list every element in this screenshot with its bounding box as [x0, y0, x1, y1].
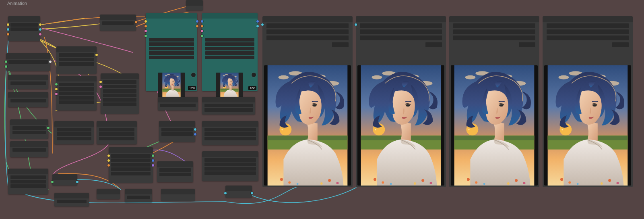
node-header[interactable]	[202, 13, 258, 19]
node-field[interactable]	[59, 53, 94, 57]
output-port[interactable]	[152, 164, 154, 167]
node-header[interactable]	[109, 147, 153, 153]
node-field[interactable]	[111, 167, 151, 171]
output-port[interactable]	[76, 181, 78, 183]
node-field[interactable]	[57, 128, 91, 131]
node-field[interactable]	[453, 29, 535, 34]
input-port[interactable]	[55, 93, 58, 95]
input-port[interactable]	[107, 164, 110, 167]
input-port[interactable]	[201, 30, 203, 32]
node-field[interactable]	[10, 99, 46, 102]
node-field[interactable]	[10, 180, 46, 184]
node-field[interactable]	[103, 94, 136, 97]
node-header[interactable]	[159, 121, 195, 127]
node-field[interactable]	[103, 102, 136, 106]
node-header[interactable]	[10, 141, 48, 147]
output-port[interactable]	[49, 60, 52, 63]
output-port[interactable]	[95, 54, 98, 56]
graph-node[interactable]	[54, 121, 94, 144]
node-header[interactable]	[52, 174, 77, 180]
node-field[interactable]	[159, 168, 191, 172]
input-port[interactable]	[144, 25, 147, 27]
node-header[interactable]	[449, 16, 539, 22]
preview-node[interactable]	[262, 16, 353, 187]
graph-node[interactable]	[56, 76, 97, 111]
node-field[interactable]	[204, 171, 256, 175]
graph-node[interactable]	[97, 189, 120, 199]
node-field[interactable]	[127, 196, 150, 199]
node-field[interactable]	[111, 163, 151, 167]
node-field[interactable]	[453, 23, 535, 28]
node-header[interactable]	[101, 73, 139, 79]
node-field[interactable]	[149, 51, 194, 55]
input-port[interactable]	[5, 65, 7, 68]
node-field[interactable]	[160, 104, 196, 107]
graph-node[interactable]	[8, 75, 48, 89]
node-field[interactable]	[205, 51, 254, 55]
preview-control-icon[interactable]	[191, 73, 196, 77]
node-field[interactable]	[8, 60, 48, 64]
node-header[interactable]	[186, 0, 203, 6]
node-field[interactable]	[12, 131, 46, 134]
preview-node[interactable]	[543, 16, 633, 187]
node-header[interactable]	[54, 121, 94, 127]
node-field[interactable]	[59, 100, 94, 104]
node-field[interactable]	[59, 87, 94, 91]
node-header[interactable]	[356, 16, 446, 22]
node-field[interactable]	[204, 163, 256, 166]
input-port[interactable]	[99, 86, 102, 88]
input-port[interactable]	[201, 35, 203, 37]
graph-node[interactable]	[202, 151, 258, 181]
node-header[interactable]	[10, 119, 48, 125]
node-field[interactable]	[266, 23, 349, 28]
node-field[interactable]	[332, 42, 349, 47]
input-port[interactable]	[144, 20, 147, 23]
node-field[interactable]	[12, 126, 46, 130]
output-port[interactable]	[135, 21, 137, 23]
input-port[interactable]	[144, 35, 147, 37]
output-port[interactable]	[251, 192, 253, 194]
input-port[interactable]	[201, 25, 203, 27]
node-field[interactable]	[57, 137, 91, 140]
graph-node[interactable]	[159, 121, 195, 142]
node-field[interactable]	[10, 23, 38, 27]
node-field[interactable]	[103, 89, 136, 93]
node-field[interactable]	[103, 80, 136, 84]
node-field[interactable]	[10, 184, 46, 188]
node-field[interactable]	[612, 42, 629, 47]
graph-node[interactable]	[52, 174, 77, 186]
node-field[interactable]	[57, 132, 91, 136]
node-field[interactable]	[59, 62, 94, 66]
node-field[interactable]	[204, 137, 256, 140]
node-header[interactable]	[161, 189, 195, 194]
node-header[interactable]	[225, 186, 252, 191]
node-header[interactable]	[56, 76, 97, 81]
input-port[interactable]	[107, 159, 110, 162]
node-field[interactable]	[99, 132, 134, 136]
node-field[interactable]	[519, 42, 535, 47]
node-field[interactable]	[99, 137, 134, 140]
output-port[interactable]	[152, 159, 154, 162]
output-port[interactable]	[152, 154, 154, 157]
graph-node[interactable]	[6, 53, 50, 71]
node-field[interactable]	[103, 98, 136, 102]
node-header[interactable]	[97, 189, 120, 194]
preview-node[interactable]	[356, 16, 446, 187]
node-header[interactable]	[158, 97, 198, 102]
node-field[interactable]	[266, 35, 349, 40]
graph-node[interactable]	[157, 161, 193, 182]
input-port[interactable]	[51, 181, 54, 183]
input-port[interactable]	[107, 154, 110, 157]
node-field[interactable]	[204, 108, 253, 112]
output-port[interactable]	[47, 127, 50, 129]
input-port[interactable]	[55, 83, 58, 86]
node-field[interactable]	[10, 27, 38, 31]
graph-node[interactable]	[97, 121, 137, 144]
node-field[interactable]	[204, 158, 256, 162]
node-field[interactable]	[59, 58, 94, 61]
input-port[interactable]	[201, 20, 203, 23]
output-port[interactable]	[39, 23, 41, 26]
graph-node[interactable]	[8, 92, 48, 107]
node-field[interactable]	[12, 148, 46, 152]
node-header[interactable]	[262, 16, 353, 22]
